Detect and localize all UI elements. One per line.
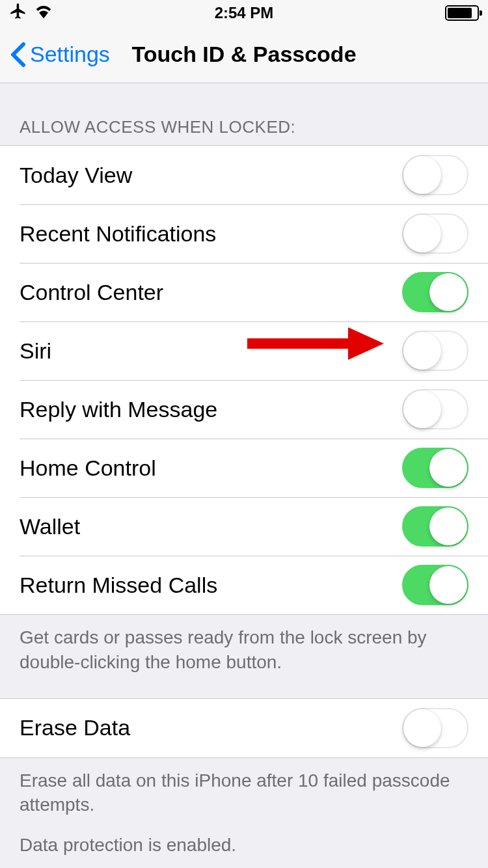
- section-footer-erase-2: Data protection is enabled.: [0, 828, 488, 868]
- toggle-reply-with-message[interactable]: [402, 389, 468, 429]
- erase-list: Erase Data: [0, 698, 488, 758]
- status-time: 2:54 PM: [215, 4, 274, 22]
- toggle-home-control[interactable]: [402, 448, 468, 488]
- row-label: Erase Data: [20, 715, 130, 740]
- toggle-return-missed-calls[interactable]: [402, 565, 468, 605]
- row-label: Siri: [20, 338, 51, 364]
- battery-icon: [445, 5, 479, 21]
- airplane-icon: [9, 2, 27, 24]
- section-footer-erase-1: Erase all data on this iPhone after 10 f…: [0, 758, 488, 828]
- row-home-control: Home Control: [0, 439, 488, 497]
- row-control-center: Control Center: [0, 263, 488, 321]
- wifi-icon: [34, 3, 53, 23]
- status-right: [445, 5, 479, 21]
- status-bar: 2:54 PM: [0, 0, 488, 26]
- row-wallet: Wallet: [0, 497, 488, 556]
- page-title: Touch ID & Passcode: [131, 42, 356, 67]
- toggle-control-center[interactable]: [402, 272, 468, 312]
- row-label: Home Control: [20, 455, 156, 481]
- toggle-recent-notifications[interactable]: [402, 213, 468, 254]
- row-return-missed-calls: Return Missed Calls: [0, 556, 488, 614]
- back-button[interactable]: Settings: [10, 42, 110, 68]
- row-label: Reply with Message: [20, 397, 217, 422]
- row-recent-notifications: Recent Notifications: [0, 204, 488, 263]
- chevron-left-icon: [10, 42, 26, 68]
- row-label: Recent Notifications: [20, 221, 216, 247]
- row-reply-with-message: Reply with Message: [0, 380, 488, 439]
- toggle-today-view[interactable]: [402, 155, 468, 195]
- toggle-erase-data[interactable]: [402, 708, 468, 748]
- nav-bar: Settings Touch ID & Passcode: [0, 26, 488, 83]
- back-label: Settings: [30, 42, 110, 67]
- allow-access-list: Today View Recent Notifications Control …: [0, 145, 488, 615]
- row-today-view: Today View: [0, 146, 488, 204]
- toggle-siri[interactable]: [402, 331, 468, 371]
- section-footer-allow-access: Get cards or passes ready from the lock …: [0, 615, 488, 685]
- row-erase-data: Erase Data: [0, 699, 488, 757]
- section-header-allow-access: ALLOW ACCESS WHEN LOCKED:: [0, 83, 488, 145]
- row-label: Today View: [20, 163, 132, 188]
- status-left: [9, 2, 53, 24]
- row-label: Control Center: [20, 280, 163, 305]
- row-label: Return Missed Calls: [20, 573, 217, 598]
- toggle-wallet[interactable]: [402, 506, 468, 547]
- row-siri: Siri: [0, 321, 488, 380]
- row-label: Wallet: [20, 514, 80, 539]
